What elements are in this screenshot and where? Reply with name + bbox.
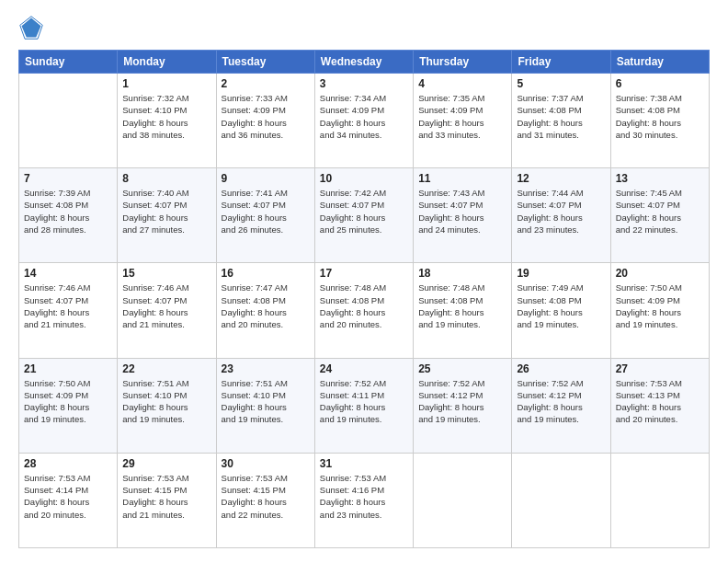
- calendar-cell: 10Sunrise: 7:42 AM Sunset: 4:07 PM Dayli…: [314, 168, 413, 263]
- day-number: 31: [320, 457, 408, 470]
- day-info: Sunrise: 7:38 AM Sunset: 4:08 PM Dayligh…: [616, 92, 704, 141]
- day-number: 20: [616, 267, 704, 280]
- calendar-cell: 17Sunrise: 7:48 AM Sunset: 4:08 PM Dayli…: [314, 263, 413, 358]
- logo-icon: [18, 15, 44, 40]
- calendar-cell: [414, 453, 512, 547]
- day-number: 14: [24, 267, 112, 280]
- calendar-cell: [19, 74, 118, 168]
- calendar-cell: 2Sunrise: 7:33 AM Sunset: 4:09 PM Daylig…: [216, 74, 314, 168]
- day-info: Sunrise: 7:52 AM Sunset: 4:12 PM Dayligh…: [418, 377, 506, 426]
- calendar-cell: 30Sunrise: 7:53 AM Sunset: 4:15 PM Dayli…: [216, 453, 314, 547]
- day-number: 23: [222, 362, 310, 375]
- calendar-cell: 12Sunrise: 7:44 AM Sunset: 4:07 PM Dayli…: [512, 168, 610, 263]
- day-info: Sunrise: 7:48 AM Sunset: 4:08 PM Dayligh…: [418, 282, 506, 330]
- header: [18, 15, 710, 40]
- calendar: SundayMondayTuesdayWednesdayThursdayFrid…: [18, 50, 710, 548]
- day-info: Sunrise: 7:37 AM Sunset: 4:08 PM Dayligh…: [517, 92, 605, 141]
- day-number: 10: [320, 172, 408, 185]
- calendar-cell: 29Sunrise: 7:53 AM Sunset: 4:15 PM Dayli…: [118, 453, 216, 547]
- calendar-cell: 19Sunrise: 7:49 AM Sunset: 4:08 PM Dayli…: [512, 263, 610, 358]
- calendar-week-row: 28Sunrise: 7:53 AM Sunset: 4:14 PM Dayli…: [19, 453, 710, 547]
- calendar-cell: 16Sunrise: 7:47 AM Sunset: 4:08 PM Dayli…: [216, 263, 314, 358]
- calendar-cell: 8Sunrise: 7:40 AM Sunset: 4:07 PM Daylig…: [118, 168, 216, 263]
- calendar-week-row: 7Sunrise: 7:39 AM Sunset: 4:08 PM Daylig…: [19, 168, 710, 263]
- calendar-cell: 23Sunrise: 7:51 AM Sunset: 4:10 PM Dayli…: [216, 358, 314, 453]
- day-number: 1: [122, 77, 210, 90]
- day-info: Sunrise: 7:50 AM Sunset: 4:09 PM Dayligh…: [616, 282, 704, 330]
- calendar-cell: 15Sunrise: 7:46 AM Sunset: 4:07 PM Dayli…: [118, 263, 216, 358]
- calendar-cell: 26Sunrise: 7:52 AM Sunset: 4:12 PM Dayli…: [512, 358, 610, 453]
- calendar-cell: 4Sunrise: 7:35 AM Sunset: 4:09 PM Daylig…: [414, 74, 512, 168]
- svg-marker-0: [22, 18, 41, 38]
- day-number: 2: [222, 77, 310, 90]
- day-number: 5: [517, 77, 605, 90]
- day-info: Sunrise: 7:52 AM Sunset: 4:12 PM Dayligh…: [517, 377, 605, 426]
- day-number: 11: [418, 172, 506, 185]
- day-number: 17: [320, 267, 408, 280]
- day-number: 7: [24, 172, 112, 185]
- day-number: 3: [320, 77, 408, 90]
- day-info: Sunrise: 7:32 AM Sunset: 4:10 PM Dayligh…: [122, 92, 210, 141]
- day-info: Sunrise: 7:33 AM Sunset: 4:09 PM Dayligh…: [222, 92, 310, 141]
- calendar-cell: 20Sunrise: 7:50 AM Sunset: 4:09 PM Dayli…: [610, 263, 709, 358]
- day-number: 18: [418, 267, 506, 280]
- day-info: Sunrise: 7:48 AM Sunset: 4:08 PM Dayligh…: [320, 282, 408, 330]
- calendar-cell: 25Sunrise: 7:52 AM Sunset: 4:12 PM Dayli…: [414, 358, 512, 453]
- calendar-week-row: 14Sunrise: 7:46 AM Sunset: 4:07 PM Dayli…: [19, 263, 710, 358]
- calendar-cell: [610, 453, 709, 547]
- day-number: 16: [222, 267, 310, 280]
- calendar-cell: [512, 453, 610, 547]
- day-info: Sunrise: 7:52 AM Sunset: 4:11 PM Dayligh…: [320, 377, 408, 426]
- day-info: Sunrise: 7:40 AM Sunset: 4:07 PM Dayligh…: [122, 187, 210, 236]
- day-number: 15: [122, 267, 210, 280]
- day-info: Sunrise: 7:53 AM Sunset: 4:15 PM Dayligh…: [222, 472, 310, 521]
- calendar-cell: 21Sunrise: 7:50 AM Sunset: 4:09 PM Dayli…: [19, 358, 118, 453]
- calendar-cell: 28Sunrise: 7:53 AM Sunset: 4:14 PM Dayli…: [19, 453, 118, 547]
- day-number: 22: [122, 362, 210, 375]
- day-number: 8: [122, 172, 210, 185]
- calendar-cell: 7Sunrise: 7:39 AM Sunset: 4:08 PM Daylig…: [19, 168, 118, 263]
- day-info: Sunrise: 7:51 AM Sunset: 4:10 PM Dayligh…: [122, 377, 210, 426]
- calendar-cell: 5Sunrise: 7:37 AM Sunset: 4:08 PM Daylig…: [512, 74, 610, 168]
- day-info: Sunrise: 7:35 AM Sunset: 4:09 PM Dayligh…: [418, 92, 506, 141]
- weekday-header: Sunday: [19, 51, 118, 74]
- day-info: Sunrise: 7:43 AM Sunset: 4:07 PM Dayligh…: [418, 187, 506, 236]
- day-info: Sunrise: 7:51 AM Sunset: 4:10 PM Dayligh…: [222, 377, 310, 426]
- day-number: 12: [517, 172, 605, 185]
- day-number: 9: [222, 172, 310, 185]
- calendar-cell: 9Sunrise: 7:41 AM Sunset: 4:07 PM Daylig…: [216, 168, 314, 263]
- page: SundayMondayTuesdayWednesdayThursdayFrid…: [0, 0, 728, 563]
- day-info: Sunrise: 7:49 AM Sunset: 4:08 PM Dayligh…: [517, 282, 605, 330]
- day-info: Sunrise: 7:47 AM Sunset: 4:08 PM Dayligh…: [222, 282, 310, 330]
- day-info: Sunrise: 7:53 AM Sunset: 4:15 PM Dayligh…: [122, 472, 210, 521]
- day-info: Sunrise: 7:42 AM Sunset: 4:07 PM Dayligh…: [320, 187, 408, 236]
- calendar-cell: 31Sunrise: 7:53 AM Sunset: 4:16 PM Dayli…: [314, 453, 413, 547]
- day-number: 4: [418, 77, 506, 90]
- calendar-cell: 27Sunrise: 7:53 AM Sunset: 4:13 PM Dayli…: [610, 358, 709, 453]
- day-info: Sunrise: 7:41 AM Sunset: 4:07 PM Dayligh…: [222, 187, 310, 236]
- calendar-cell: 22Sunrise: 7:51 AM Sunset: 4:10 PM Dayli…: [118, 358, 216, 453]
- weekday-header: Thursday: [414, 51, 512, 74]
- day-number: 26: [517, 362, 605, 375]
- weekday-header: Wednesday: [314, 51, 413, 74]
- day-info: Sunrise: 7:46 AM Sunset: 4:07 PM Dayligh…: [24, 282, 112, 330]
- day-info: Sunrise: 7:39 AM Sunset: 4:08 PM Dayligh…: [24, 187, 112, 236]
- calendar-cell: 18Sunrise: 7:48 AM Sunset: 4:08 PM Dayli…: [414, 263, 512, 358]
- day-number: 19: [517, 267, 605, 280]
- day-number: 24: [320, 362, 408, 375]
- weekday-header: Saturday: [610, 51, 709, 74]
- day-number: 13: [616, 172, 704, 185]
- calendar-cell: 24Sunrise: 7:52 AM Sunset: 4:11 PM Dayli…: [314, 358, 413, 453]
- logo: [18, 15, 48, 40]
- day-number: 28: [24, 457, 112, 470]
- calendar-week-row: 21Sunrise: 7:50 AM Sunset: 4:09 PM Dayli…: [19, 358, 710, 453]
- weekday-header-row: SundayMondayTuesdayWednesdayThursdayFrid…: [19, 51, 710, 74]
- day-info: Sunrise: 7:53 AM Sunset: 4:13 PM Dayligh…: [616, 377, 704, 426]
- weekday-header: Tuesday: [216, 51, 314, 74]
- day-number: 30: [222, 457, 310, 470]
- day-number: 29: [122, 457, 210, 470]
- calendar-cell: 3Sunrise: 7:34 AM Sunset: 4:09 PM Daylig…: [314, 74, 413, 168]
- day-number: 27: [616, 362, 704, 375]
- day-info: Sunrise: 7:46 AM Sunset: 4:07 PM Dayligh…: [122, 282, 210, 330]
- day-info: Sunrise: 7:44 AM Sunset: 4:07 PM Dayligh…: [517, 187, 605, 236]
